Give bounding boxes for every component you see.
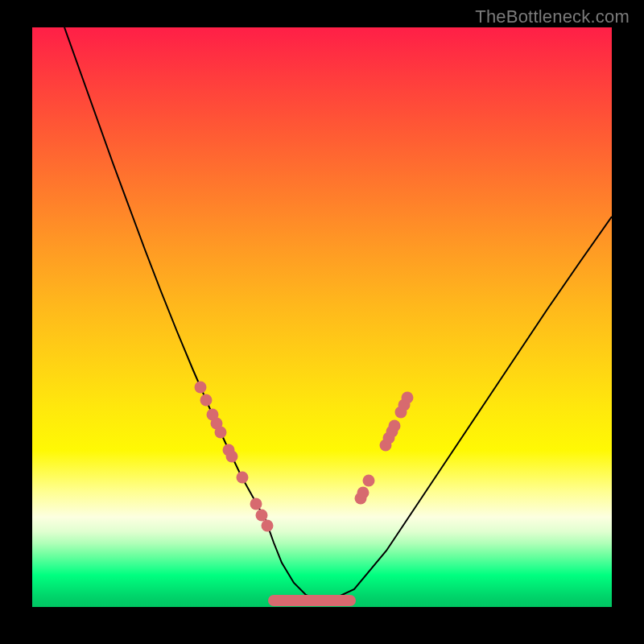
data-point-right [357,487,369,499]
chart-svg [32,27,612,607]
data-point-right [402,392,414,404]
data-point-right [363,475,375,487]
data-point-left [195,382,207,394]
chart-container: TheBottleneck.com [0,0,644,644]
gradient-plot-area [32,27,612,607]
data-point-left [215,427,227,439]
data-point-left [250,498,262,510]
data-point-right [389,420,401,432]
data-point-left [237,472,249,484]
data-point-left [262,520,274,532]
data-point-left [256,510,268,522]
data-point-left [200,394,213,407]
bottleneck-curve [64,27,612,601]
watermark-text: TheBottleneck.com [475,6,630,27]
data-point-left [226,451,238,463]
